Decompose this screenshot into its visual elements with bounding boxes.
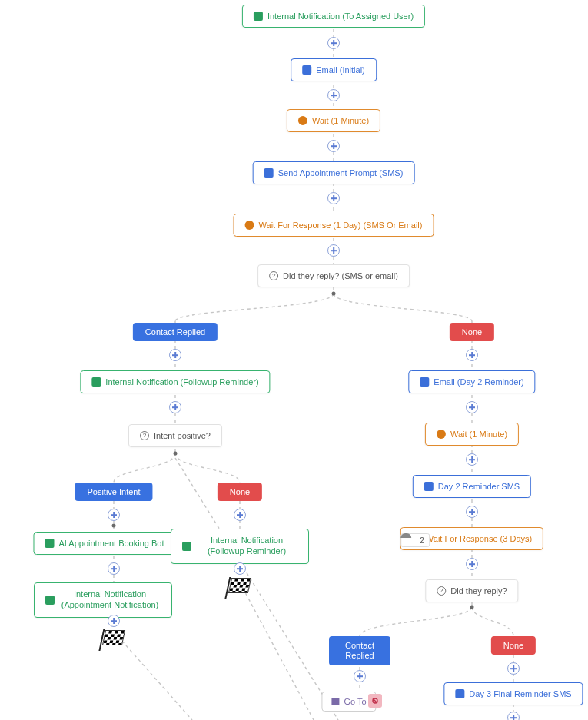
question-icon bbox=[140, 431, 149, 440]
node-label: Send Appointment Prompt (SMS) bbox=[278, 168, 404, 178]
add-step-button[interactable] bbox=[108, 509, 120, 521]
node-label: Day 2 Reminder SMS bbox=[438, 482, 520, 491]
add-step-button[interactable] bbox=[466, 453, 478, 466]
count-value: 2 bbox=[420, 536, 424, 545]
branch-label: None bbox=[462, 327, 482, 337]
add-step-button[interactable] bbox=[466, 401, 478, 413]
branch-contact-replied-2[interactable]: Contact Replied bbox=[329, 636, 390, 665]
node-label: Did they reply? (SMS or email) bbox=[283, 271, 398, 280]
node-label: Internal Notification (Followup Reminder… bbox=[196, 536, 297, 557]
node-label: Intent positive? bbox=[154, 431, 211, 440]
add-step-button[interactable] bbox=[234, 562, 246, 575]
did-they-reply-2[interactable]: Did they reply? bbox=[425, 579, 518, 602]
branch-point bbox=[470, 606, 474, 609]
branch-label: Contact Replied bbox=[145, 327, 205, 337]
add-step-button[interactable] bbox=[327, 37, 340, 49]
add-step-button[interactable] bbox=[169, 401, 181, 413]
add-step-button[interactable] bbox=[169, 349, 181, 361]
add-step-button[interactable] bbox=[507, 712, 520, 720]
add-step-button[interactable] bbox=[327, 89, 340, 101]
branch-point bbox=[332, 292, 336, 296]
wait-1-min-1[interactable]: Wait (1 Minute) bbox=[287, 109, 380, 132]
node-label: Wait (1 Minute) bbox=[450, 430, 507, 439]
add-step-button[interactable] bbox=[108, 562, 120, 575]
email-icon bbox=[302, 65, 311, 75]
finish-flag-icon bbox=[102, 630, 125, 645]
node-label: Go To bbox=[344, 697, 366, 706]
svg-line-11 bbox=[240, 582, 314, 720]
clock-icon bbox=[298, 116, 307, 125]
node-label: Internal Notification (Followup Reminder… bbox=[105, 377, 258, 387]
branch-none-2[interactable]: None bbox=[450, 323, 494, 341]
branch-none-1[interactable]: None bbox=[218, 483, 262, 501]
bug-icon bbox=[45, 596, 55, 605]
branch-none-3[interactable]: None bbox=[491, 636, 536, 655]
calendar-icon bbox=[45, 539, 55, 548]
join-dot bbox=[112, 524, 116, 528]
intent-positive-question[interactable]: Intent positive? bbox=[128, 424, 222, 447]
contact-count-badge: 2 bbox=[400, 533, 430, 547]
add-step-button[interactable] bbox=[466, 558, 478, 570]
branch-positive-intent[interactable]: Positive Intent bbox=[75, 483, 152, 501]
node-label: Day 3 Final Reminder SMS bbox=[469, 689, 571, 698]
bug-icon bbox=[254, 12, 263, 21]
node-label: Wait (1 Minute) bbox=[312, 116, 369, 125]
add-step-button[interactable] bbox=[108, 615, 120, 627]
branch-label: Contact Replied bbox=[345, 641, 374, 660]
add-step-button[interactable] bbox=[354, 670, 366, 682]
node-label: Email (Day 2 Reminder) bbox=[434, 377, 523, 387]
internal-notification-followup-2[interactable]: Internal Notification (Followup Reminder… bbox=[171, 529, 309, 564]
workflow-canvas[interactable]: Internal Notification (To Assigned User)… bbox=[0, 0, 588, 720]
branch-point bbox=[174, 452, 178, 456]
add-step-button[interactable] bbox=[327, 140, 340, 152]
sms-icon bbox=[455, 689, 464, 698]
did-they-reply-sms-email[interactable]: Did they reply? (SMS or email) bbox=[257, 264, 410, 287]
add-step-button[interactable] bbox=[234, 509, 246, 521]
wait-1-min-2[interactable]: Wait (1 Minute) bbox=[425, 423, 519, 446]
send-appointment-prompt-sms[interactable]: Send Appointment Prompt (SMS) bbox=[253, 161, 415, 184]
node-label: Internal Notification (Appointment Notif… bbox=[59, 589, 161, 611]
internal-notification-appointment[interactable]: Internal Notification (Appointment Notif… bbox=[34, 582, 172, 618]
branch-contact-replied[interactable]: Contact Replied bbox=[133, 323, 218, 341]
day2-reminder-sms[interactable]: Day 2 Reminder SMS bbox=[413, 475, 531, 498]
ai-appointment-bot[interactable]: AI Appointment Booking Bot bbox=[34, 532, 176, 555]
email-icon bbox=[420, 377, 429, 387]
email-initial[interactable]: Email (Initial) bbox=[291, 58, 377, 81]
internal-notification-followup[interactable]: Internal Notification (Followup Reminder… bbox=[80, 370, 270, 393]
sms-icon bbox=[424, 482, 434, 491]
finish-flag-icon bbox=[228, 578, 251, 593]
add-step-button[interactable] bbox=[327, 192, 340, 204]
node-label: Wait For Response (3 Days) bbox=[426, 534, 532, 543]
svg-line-10 bbox=[114, 632, 192, 720]
bug-icon bbox=[182, 542, 191, 551]
goto-ref-badge bbox=[368, 694, 382, 708]
day3-final-reminder-sms[interactable]: Day 3 Final Reminder SMS bbox=[443, 682, 583, 705]
node-label: Email (Initial) bbox=[316, 65, 365, 75]
node-label: Did they reply? bbox=[450, 586, 507, 596]
branch-label: Positive Intent bbox=[87, 487, 140, 496]
node-label: Wait For Response (1 Day) (SMS Or Email) bbox=[259, 221, 423, 230]
node-label: AI Appointment Booking Bot bbox=[59, 539, 164, 548]
email-day2-reminder[interactable]: Email (Day 2 Reminder) bbox=[408, 370, 535, 393]
branch-label: None bbox=[230, 487, 250, 496]
goto-icon bbox=[331, 698, 339, 705]
node-label: Internal Notification (To Assigned User) bbox=[267, 12, 414, 21]
question-icon bbox=[437, 586, 446, 596]
internal-notification-assigned[interactable]: Internal Notification (To Assigned User) bbox=[242, 5, 425, 28]
bug-icon bbox=[91, 377, 101, 387]
add-step-button[interactable] bbox=[507, 662, 520, 675]
branch-label: None bbox=[503, 641, 523, 650]
add-step-button[interactable] bbox=[327, 244, 340, 257]
clock-icon bbox=[245, 221, 254, 230]
add-step-button[interactable] bbox=[466, 506, 478, 518]
wait-response-1day[interactable]: Wait For Response (1 Day) (SMS Or Email) bbox=[234, 214, 434, 237]
sms-icon bbox=[264, 168, 274, 178]
question-icon bbox=[269, 271, 278, 280]
clock-icon bbox=[437, 430, 446, 439]
add-step-button[interactable] bbox=[466, 349, 478, 361]
